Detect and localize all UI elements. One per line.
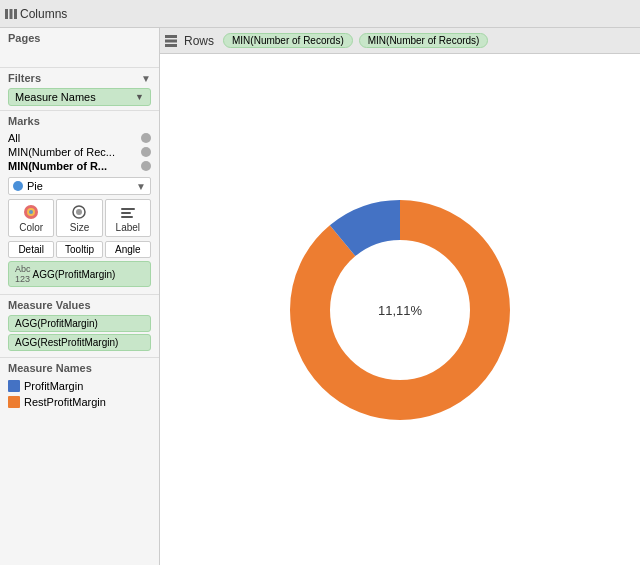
filters-arrow[interactable]: ▼ (141, 73, 151, 84)
svg-point-5 (29, 210, 33, 214)
legend-color-profit (8, 380, 20, 392)
marks-btn-angle[interactable]: Angle (105, 241, 151, 258)
svg-rect-1 (10, 9, 13, 19)
measure-chip-profit[interactable]: AGG(ProfitMargin) (8, 315, 151, 332)
label-btn-label: Label (116, 222, 140, 233)
svg-rect-10 (121, 216, 133, 218)
svg-rect-11 (165, 35, 177, 38)
abc-icon: Abc123 (15, 264, 31, 284)
svg-rect-2 (14, 9, 17, 19)
svg-rect-13 (165, 44, 177, 47)
marks-type-selector[interactable]: Pie ▼ (8, 177, 151, 195)
marks-btn-size[interactable]: Size (56, 199, 102, 237)
marks-btn-label[interactable]: Label (105, 199, 151, 237)
main-layout: Pages Filters ▼ Measure Names ▼ Marks Al… (0, 28, 640, 565)
chart-area: 11,11% (160, 54, 640, 565)
marks-item-1[interactable]: MIN(Number of Rec... (8, 145, 151, 159)
columns-toolbar: Columns (0, 0, 640, 28)
legend-label-rest: RestProfitMargin (24, 396, 106, 408)
marks-title: Marks (8, 115, 151, 127)
measure-values-title: Measure Values (8, 299, 151, 311)
columns-icon (4, 7, 18, 21)
legend-color-rest (8, 396, 20, 408)
size-label: Size (70, 222, 89, 233)
marks-btn-color[interactable]: Color (8, 199, 54, 237)
filter-chip-arrow: ▼ (135, 92, 144, 102)
marks-detail-row: Detail Tooltip Angle (8, 241, 151, 258)
marks-btn-detail[interactable]: Detail (8, 241, 54, 258)
marks-label-pill-text: AGG(ProfitMargin) (33, 269, 116, 280)
svg-rect-12 (165, 39, 177, 42)
svg-rect-0 (5, 9, 8, 19)
marks-dot-1 (141, 147, 151, 157)
rows-bar: Rows MIN(Number of Records) MIN(Number o… (160, 28, 640, 54)
marks-type-dot (13, 181, 23, 191)
measure-names-title: Measure Names (8, 362, 151, 374)
size-icon (70, 203, 88, 221)
rows-label: Rows (184, 34, 214, 48)
pages-title: Pages (8, 32, 151, 44)
svg-point-7 (76, 209, 82, 215)
filter-chip-measure-names[interactable]: Measure Names ▼ (8, 88, 151, 106)
marks-buttons-row: Color Size (8, 199, 151, 237)
app-container: Columns Pages Filters ▼ Measure Names ▼ (0, 0, 640, 565)
legend-item-profit: ProfitMargin (8, 378, 151, 394)
filters-title: Filters (8, 72, 41, 84)
sidebar: Pages Filters ▼ Measure Names ▼ Marks Al… (0, 28, 160, 565)
marks-btn-tooltip[interactable]: Tooltip (56, 241, 102, 258)
marks-item-all[interactable]: All (8, 131, 151, 145)
marks-type-arrow: ▼ (136, 181, 146, 192)
marks-section: Marks All MIN(Number of Rec... MIN(Numbe… (0, 111, 159, 295)
measure-chip-rest[interactable]: AGG(RestProfitMargin) (8, 334, 151, 351)
legend-item-rest: RestProfitMargin (8, 394, 151, 410)
pages-section: Pages (0, 28, 159, 68)
rows-pill-2[interactable]: MIN(Number of Records) (359, 33, 489, 48)
legend-label-profit: ProfitMargin (24, 380, 83, 392)
label-icon (119, 203, 137, 221)
color-label: Color (19, 222, 43, 233)
donut-chart: 11,11% (270, 180, 530, 440)
canvas-area: Rows MIN(Number of Records) MIN(Number o… (160, 28, 640, 565)
svg-rect-8 (121, 208, 135, 210)
measure-names-section: Measure Names ProfitMargin RestProfitMar… (0, 358, 159, 414)
measure-values-section: Measure Values AGG(ProfitMargin) AGG(Res… (0, 295, 159, 358)
rows-icon (164, 34, 178, 48)
marks-item-2[interactable]: MIN(Number of R... (8, 159, 151, 173)
marks-dot-2 (141, 161, 151, 171)
marks-type-label: Pie (27, 180, 136, 192)
donut-label: 11,11% (378, 302, 422, 317)
marks-label-pill[interactable]: Abc123 AGG(ProfitMargin) (8, 261, 151, 287)
filters-section: Filters ▼ Measure Names ▼ (0, 68, 159, 111)
rows-pill-1[interactable]: MIN(Number of Records) (223, 33, 353, 48)
filters-header: Filters ▼ (8, 72, 151, 84)
svg-rect-9 (121, 212, 131, 214)
color-icon (22, 203, 40, 221)
marks-dot-all (141, 133, 151, 143)
columns-label: Columns (20, 7, 67, 21)
